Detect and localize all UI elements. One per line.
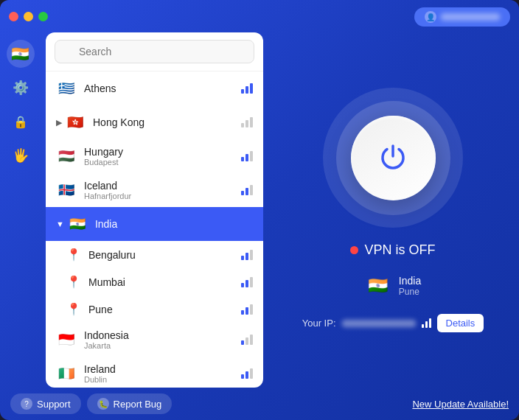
signal-bar-1 [241, 374, 244, 379]
country-name: Athens [84, 83, 241, 94]
signal-bar-3 [250, 277, 253, 287]
signal-bars [241, 83, 253, 94]
list-item[interactable]: 🇭🇺 Hungary Budapest [46, 139, 263, 173]
signal-bar-2 [245, 188, 248, 195]
search-input[interactable] [55, 40, 254, 63]
search-bar: 🔍 [46, 32, 263, 71]
list-item[interactable]: 🇮🇸 Iceland Hafnarfjordur [46, 173, 263, 207]
signal-bar-2 [245, 307, 248, 315]
bug-icon: 🐛 [97, 398, 109, 410]
ip-value [342, 320, 416, 327]
signal-bar-1 [241, 310, 244, 315]
account-name [441, 13, 500, 21]
signal-bars [241, 304, 253, 315]
signal-bar-1 [241, 256, 244, 260]
signal-bar-3 [250, 368, 253, 379]
account-icon: 👤 [425, 11, 436, 23]
minimize-button[interactable] [24, 12, 33, 21]
vpn-status-text: VPN is OFF [364, 242, 435, 258]
ip-label: Your IP: [302, 318, 336, 329]
country-city: Jakarta [84, 341, 241, 350]
list-item[interactable]: 🇮🇩 Indonesia Jakarta [46, 323, 263, 357]
country-name: Iceland [84, 180, 241, 192]
nav-hand-button[interactable]: 🖐 [7, 141, 35, 169]
signal-bar-1 [241, 340, 244, 345]
list-item[interactable]: 📍 Bengaluru [46, 241, 263, 268]
signal-bar-1 [241, 191, 244, 195]
country-city: Dublin [84, 375, 241, 384]
flag-athens: 🇬🇷 [56, 78, 77, 99]
vpn-status: VPN is OFF [350, 242, 435, 258]
power-icon [377, 141, 409, 174]
update-link[interactable]: New Update Available! [412, 399, 509, 410]
flag-india: 🇮🇳 [67, 214, 88, 234]
location-pin-icon: 📍 [66, 248, 81, 262]
flag-hongkong: 🇭🇰 [65, 112, 86, 133]
signal-bars [241, 368, 253, 379]
list-item[interactable]: 🇮🇪 Ireland Dublin [46, 357, 263, 388]
list-item[interactable]: 📍 Pune [46, 295, 263, 323]
location-flag: 🇮🇳 [365, 273, 391, 299]
signal-bars [241, 151, 253, 161]
main-window: 👤 🇮🇳 ⚙️ 🔒 🖐 🔍 🇬🇷 Athens [0, 0, 519, 420]
country-name: Ireland [84, 363, 241, 375]
flag-ireland: 🇮🇪 [56, 363, 77, 384]
ip-signal [422, 318, 431, 328]
close-button[interactable] [9, 12, 18, 21]
list-item[interactable]: 🇬🇷 Athens [46, 71, 263, 105]
signal-bar-2 [245, 120, 248, 127]
signal-bar-1 [241, 89, 244, 94]
status-dot [350, 246, 358, 254]
signal-bar-3 [250, 185, 253, 195]
report-bug-button[interactable]: 🐛 Report Bug [87, 393, 173, 414]
location-pin-icon: 📍 [66, 302, 81, 316]
flag-indonesia: 🇮🇩 [56, 329, 77, 350]
signal-bar-2 [245, 280, 248, 287]
account-button[interactable]: 👤 [414, 7, 510, 27]
right-panel: VPN is OFF 🇮🇳 India Pune Your IP: Detail… [267, 32, 519, 388]
country-name: India [95, 218, 253, 230]
report-bug-label: Report Bug [114, 399, 162, 410]
support-label: Support [37, 399, 71, 410]
country-list: 🇬🇷 Athens ▶ 🇭🇰 Hong Kong [46, 71, 263, 388]
ip-row: Your IP: Details [302, 314, 484, 332]
signal-bars [241, 335, 253, 345]
signal-bar-3 [250, 117, 253, 127]
signal-bar-2 [245, 337, 248, 345]
signal-bar-2 [245, 86, 248, 94]
country-name: Hungary [84, 146, 241, 158]
bottom-left-buttons: ? Support 🐛 Report Bug [10, 393, 172, 414]
signal-bar-1 [241, 157, 244, 161]
signal-bars [241, 250, 253, 260]
country-city: Budapest [84, 158, 241, 167]
signal-bar-2 [245, 253, 248, 260]
country-city: Hafnarfjordur [84, 192, 241, 200]
traffic-lights [9, 12, 48, 21]
location-country: India [399, 275, 421, 287]
location-city: Pune [399, 287, 421, 297]
left-nav: 🇮🇳 ⚙️ 🔒 🖐 [0, 32, 41, 388]
maximize-button[interactable] [38, 12, 48, 21]
country-name: Indonesia [84, 329, 241, 341]
power-container [323, 88, 463, 228]
list-item[interactable]: ▶ 🇭🇰 Hong Kong [46, 105, 263, 139]
support-button[interactable]: ? Support [10, 393, 81, 414]
details-button[interactable]: Details [437, 314, 484, 332]
signal-bars [241, 277, 253, 287]
signal-bar-2 [245, 371, 248, 379]
signal-bar-3 [250, 151, 253, 161]
list-item[interactable]: ▼ 🇮🇳 India [46, 207, 263, 241]
power-button[interactable] [351, 116, 436, 200]
country-name: Pune [88, 304, 241, 315]
support-icon: ? [21, 398, 32, 410]
country-name: Bengaluru [88, 249, 241, 261]
nav-lock-button[interactable]: 🔒 [7, 108, 35, 136]
flag-hungary: 🇭🇺 [56, 146, 77, 167]
nav-settings-button[interactable]: ⚙️ [7, 74, 35, 102]
country-name: Mumbai [88, 276, 241, 288]
signal-bar-3 [250, 83, 253, 94]
list-item[interactable]: 📍 Mumbai [46, 268, 263, 295]
ip-signal-bar-3 [429, 318, 431, 328]
ip-signal-bar-2 [425, 321, 428, 328]
nav-flag-button[interactable]: 🇮🇳 [7, 40, 35, 68]
